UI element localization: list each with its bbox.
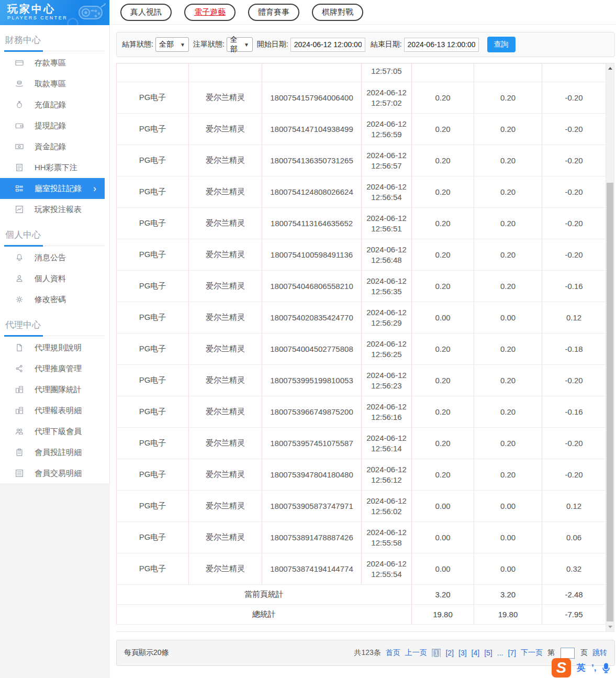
- sidebar-header: 玩家中心 PLAYERS CENTER: [0, 0, 109, 25]
- sidebar-item[interactable]: 代理下級會員: [0, 421, 109, 442]
- sidebar-item-label: 代理規則說明: [35, 343, 82, 353]
- cell-win-loss: 0.12: [542, 491, 606, 522]
- page-link[interactable]: [3]: [458, 649, 467, 657]
- cell-game: 爱尔兰精灵: [189, 553, 262, 585]
- sidebar-item[interactable]: 取款專區: [0, 73, 109, 94]
- cell-order-id: 1800753957451075587: [262, 428, 362, 459]
- tab-真人視訊[interactable]: 真人視訊: [120, 4, 172, 21]
- order-status-value: 全部: [230, 35, 240, 54]
- cell-platform: PG电子: [117, 208, 189, 239]
- cell-bet: 0.20: [412, 176, 474, 208]
- sidebar-item-label: 代理下級會員: [35, 427, 82, 437]
- summary-win-loss: -2.48: [542, 585, 606, 605]
- page-link[interactable]: [2]: [445, 649, 454, 657]
- scroll-up-arrow-icon[interactable]: [606, 64, 614, 72]
- cell-game: 爱尔兰精灵: [189, 176, 262, 208]
- microphone-icon[interactable]: [602, 663, 610, 673]
- summary-win-loss: -7.95: [542, 605, 606, 625]
- hand-coin-icon: [15, 79, 24, 88]
- sidebar-item[interactable]: 廳室投註記錄›: [0, 178, 105, 199]
- sidebar-item[interactable]: 會員交易明細: [0, 463, 109, 484]
- cell-platform: PG电子: [117, 176, 189, 208]
- cell-valid-bet: 0.20: [474, 239, 542, 271]
- cell-win-loss: -0.20: [542, 176, 606, 208]
- sidebar-item[interactable]: 代理報表明細: [0, 400, 109, 421]
- sidebar-item-label: 會員交易明細: [35, 469, 82, 479]
- page-link[interactable]: 下一页: [521, 648, 543, 658]
- category-tabs: 真人視訊電子遊藝體育賽事棋牌對戰: [110, 0, 616, 25]
- table-row: PG电子爱尔兰精灵18007539478041804802024-06-1212…: [117, 459, 606, 491]
- sidebar-item[interactable]: 資金記錄: [0, 136, 109, 157]
- sidebar-item[interactable]: 會員投註明細: [0, 442, 109, 463]
- cell-datetime: 2024-06-1212:55:54: [362, 553, 412, 585]
- settle-status-label: 結算狀態:: [122, 40, 153, 49]
- tab-棋牌對戰[interactable]: 棋牌對戰: [312, 4, 363, 21]
- sidebar-item[interactable]: 代理規則說明: [0, 337, 109, 358]
- cell-game: 爱尔兰精灵: [189, 208, 262, 239]
- page-jump-input[interactable]: [561, 648, 575, 659]
- cell-bet: 0.20: [412, 396, 474, 428]
- page-link[interactable]: ...: [497, 649, 503, 657]
- sogou-logo[interactable]: S: [552, 658, 571, 677]
- cell-datetime: 2024-06-1212:56:59: [362, 114, 412, 145]
- cell-platform: PG电子: [117, 239, 189, 271]
- summary-valid-bet: 19.80: [474, 605, 542, 625]
- table-row: PG电子爱尔兰精灵18007541471049384992024-06-1212…: [117, 114, 606, 145]
- sidebar-item[interactable]: 代理推廣管理: [0, 358, 109, 379]
- cell-valid-bet: 0.00: [474, 553, 542, 585]
- sidebar-item[interactable]: 充值記錄: [0, 94, 109, 115]
- cell-game: 爱尔兰精灵: [189, 491, 262, 522]
- cell-order-id: 1800754147104938499: [262, 114, 362, 145]
- cell-platform: PG电子: [117, 491, 189, 522]
- cell-platform: PG电子: [117, 428, 189, 459]
- sidebar-item-label: 代理報表明細: [35, 406, 82, 416]
- tab-label: 電子遊藝: [194, 7, 226, 17]
- cell-valid-bet: 0.20: [474, 208, 542, 239]
- start-date-input[interactable]: [290, 38, 365, 52]
- sidebar-item[interactable]: 消息公告: [0, 247, 109, 268]
- sidebar-item[interactable]: 玩家投注報表: [0, 199, 109, 220]
- page-link[interactable]: 首页: [386, 648, 400, 658]
- cell-game: 爱尔兰精灵: [189, 522, 262, 553]
- page-link[interactable]: 上一页: [405, 648, 427, 658]
- settle-status-select[interactable]: 全部 ▼: [155, 37, 189, 52]
- sidebar-footer: [0, 485, 110, 678]
- stats-icon: [15, 406, 24, 415]
- chevron-right-icon: ›: [93, 184, 96, 193]
- cell-order-id: 1800754113164635652: [262, 208, 362, 239]
- search-button[interactable]: 查詢: [487, 37, 516, 52]
- scrollbar-thumb[interactable]: [607, 183, 613, 621]
- section-title: 財務中心: [4, 34, 105, 51]
- cell-bet: 0.00: [412, 553, 474, 585]
- bet-records-table-wrap: 12:57:05PG电子爱尔兰精灵18007541579640064002024…: [116, 63, 614, 632]
- sidebar-item[interactable]: HH彩票下注: [0, 157, 109, 178]
- ime-language-toggle[interactable]: 英: [577, 662, 586, 674]
- order-status-select[interactable]: 全部 ▼: [227, 37, 253, 52]
- page-current[interactable]: [1]: [432, 649, 441, 657]
- table-row: PG电子爱尔兰精灵18007540468065582102024-06-1212…: [117, 271, 606, 302]
- page-link[interactable]: [4]: [472, 649, 480, 657]
- jump-button[interactable]: 跳转: [592, 648, 607, 658]
- summary-row: 當前頁統計3.203.20-2.48: [117, 585, 606, 605]
- ime-punctuation-toggle[interactable]: ’,: [591, 663, 596, 673]
- cell-valid-bet: [474, 64, 542, 82]
- cell-datetime: 2024-06-1212:56:29: [362, 302, 412, 334]
- cell-game: 爱尔兰精灵: [189, 239, 262, 271]
- end-date-input[interactable]: [404, 38, 479, 52]
- table-scrollbar[interactable]: [606, 63, 614, 632]
- sidebar-item[interactable]: 修改密碼: [0, 289, 109, 310]
- cell-order-id: 1800754100598491136: [262, 239, 362, 271]
- table-row: PG电子爱尔兰精灵18007541363507312652024-06-1212…: [117, 145, 606, 176]
- sidebar-item[interactable]: 提現記錄: [0, 115, 109, 136]
- sidebar-item[interactable]: 代理團隊統計: [0, 379, 109, 400]
- page-link[interactable]: [5]: [484, 649, 492, 657]
- sidebar-item[interactable]: 存款專區: [0, 52, 109, 73]
- cell-bet: 0.20: [412, 334, 474, 365]
- page-link[interactable]: [7]: [508, 649, 516, 657]
- scroll-down-arrow-icon[interactable]: [606, 623, 614, 631]
- cell-datetime: 2024-06-1212:56:16: [362, 396, 412, 428]
- tab-電子遊藝[interactable]: 電子遊藝: [184, 4, 236, 21]
- cell-platform: [117, 64, 189, 82]
- sidebar-item[interactable]: 個人資料: [0, 268, 109, 289]
- tab-體育賽事[interactable]: 體育賽事: [248, 4, 299, 21]
